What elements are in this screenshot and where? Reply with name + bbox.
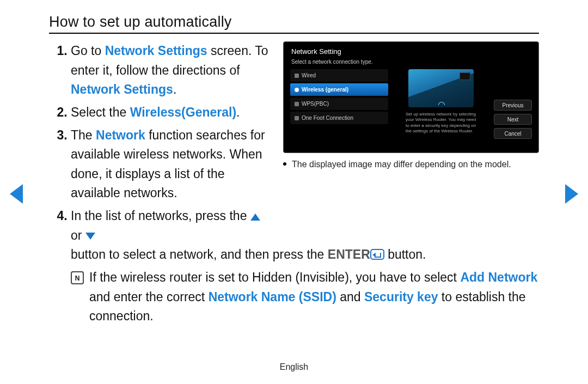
link-network-settings-2: Network Settings [71,82,173,96]
wps-icon [295,102,299,106]
text: and enter the correct [89,290,209,304]
text: . [173,82,176,96]
tv-button-column: Previous Next Cancel [494,69,532,139]
text: In the list of networks, press the [71,209,250,223]
label: WPS(PBC) [302,101,329,107]
next-button[interactable]: Next [494,114,532,125]
wifi-signal-icon [436,99,446,105]
step-4: In the list of networks, press the or bu… [71,206,273,265]
page-footer-language: English [0,362,588,372]
label: One Foot Connection [302,115,353,121]
step-1: Go to Network Settings screen. To enter … [71,41,273,100]
tv-body: Wired Wireless (general) WPS(PBC) One Fo… [284,69,538,143]
tv-item-one-foot[interactable]: One Foot Connection [290,112,388,124]
enter-icon [370,249,384,260]
figure-caption: The displayed image may differ depending… [283,159,539,170]
text: Select the [71,105,130,119]
text: . [236,105,240,119]
tv-title: Network Setting [284,42,538,59]
cancel-button[interactable]: Cancel [494,128,532,139]
onefoot-icon [295,116,299,120]
next-page-arrow-icon[interactable] [565,184,578,204]
prev-page-arrow-icon[interactable] [10,184,23,204]
step-list: Go to Network Settings screen. To enter … [49,41,273,265]
step-2: Select the Wireless(General). [71,103,273,123]
note-icon: N [71,271,84,284]
text: or [71,228,85,242]
link-network-settings: Network Settings [105,44,207,58]
label: Wireless (general) [302,87,348,93]
ethernet-icon [295,74,299,78]
tv-item-wired[interactable]: Wired [290,69,388,82]
manual-page: How to set up automatically Go to Networ… [0,0,588,384]
text: The [71,128,96,142]
up-arrow-icon [250,214,260,221]
instructions-column: Go to Network Settings screen. To enter … [49,41,273,326]
tv-preview-image [408,69,474,107]
tv-center: Set up wireless network by selecting you… [394,69,488,139]
link-wireless-general: Wireless(General) [130,105,236,119]
down-arrow-icon [85,233,95,240]
label: Wired [302,72,316,78]
link-network: Network [96,128,145,142]
tv-subtitle: Select a network connection type. [284,59,538,69]
page-title: How to set up automatically [49,14,539,34]
tv-item-wireless-general[interactable]: Wireless (general) [290,83,388,96]
tv-description: Set up wireless network by selecting you… [406,112,476,135]
tv-screenshot: Network Setting Select a network connect… [283,41,539,153]
figure-column: Network Setting Select a network connect… [283,41,539,326]
text: Go to [71,44,105,58]
previous-button[interactable]: Previous [494,100,532,111]
tv-option-list: Wired Wireless (general) WPS(PBC) One Fo… [290,69,388,139]
wifi-icon [295,88,299,92]
step-3: The Network function searches for availa… [71,126,273,204]
tv-item-wps[interactable]: WPS(PBC) [290,97,388,110]
content-row: Go to Network Settings screen. To enter … [49,41,539,326]
